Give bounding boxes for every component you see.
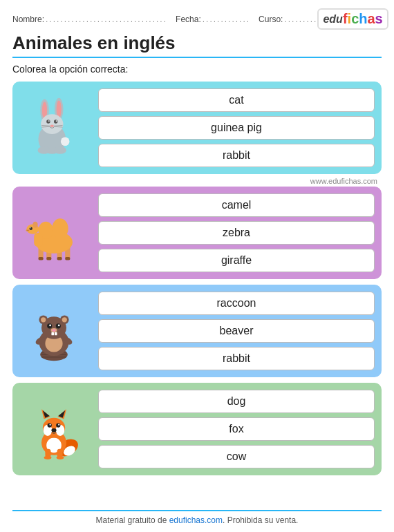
options-fox: dog fox cow [98,390,375,468]
svg-point-76 [58,424,59,426]
svg-point-55 [52,329,55,332]
card-camel: camel zebra giraffe [12,187,382,279]
option-beaver[interactable]: beaver [98,319,375,343]
header-line: Nombre: ................................… [12,8,382,30]
curso-label: Curso: [259,15,283,24]
svg-point-49 [62,317,67,322]
svg-point-52 [49,325,51,327]
option-rabbit-2[interactable]: rabbit [98,347,375,370]
logo-a: a [367,11,375,27]
fox-svg [23,398,85,460]
animal-image-beaver [19,296,88,365]
svg-point-31 [32,222,37,228]
svg-point-53 [58,325,60,327]
logo-f: f [343,11,348,27]
footer-text-after: . Prohibida su venta. [223,515,298,525]
svg-point-35 [27,230,28,231]
subtitle: Colorea la opción correcta: [12,64,382,75]
svg-rect-23 [46,257,51,260]
animal-image-camel [19,198,88,267]
nombre-label: Nombre: [12,15,44,24]
beaver-svg [23,300,85,362]
card-beaver: raccoon beaver rabbit [12,285,382,377]
svg-point-16 [54,146,66,154]
svg-point-9 [56,120,57,122]
option-rabbit[interactable]: rabbit [98,144,375,167]
svg-point-47 [41,317,46,322]
svg-point-5 [41,114,63,134]
svg-point-73 [48,423,52,427]
logo-c: c [351,11,359,27]
camel-svg [23,202,85,264]
svg-point-32 [29,227,32,230]
svg-point-75 [50,424,51,426]
nombre-field: Nombre: ................................… [12,15,167,24]
svg-point-6 [46,120,50,123]
svg-rect-57 [55,332,57,336]
option-giraffe[interactable]: giraffe [98,249,375,272]
svg-rect-24 [57,257,62,260]
svg-rect-25 [65,257,70,260]
watermark: www.edufichas.com [12,177,382,185]
svg-point-17 [61,137,70,146]
option-fox[interactable]: fox [98,417,375,441]
option-raccoon[interactable]: raccoon [98,292,375,315]
svg-point-77 [51,428,56,432]
footer-link[interactable]: edufichas.com [169,515,223,525]
option-cow[interactable]: cow [98,445,375,468]
logo-edu: edu [323,13,342,26]
svg-point-65 [57,456,64,459]
option-zebra[interactable]: zebra [98,221,375,245]
svg-rect-29 [34,233,43,247]
svg-rect-22 [39,257,44,260]
option-guinea-pig[interactable]: guinea pig [98,116,375,140]
page: Nombre: ................................… [0,0,394,532]
option-cat[interactable]: cat [98,88,375,112]
logo-h: h [359,11,367,27]
page-title: Animales en inglés [12,32,382,58]
svg-rect-56 [51,332,54,336]
option-camel[interactable]: camel [98,193,375,217]
fecha-field: Fecha: ............. [176,15,250,24]
rabbit-svg [23,97,85,159]
svg-point-8 [48,120,50,122]
svg-point-34 [26,229,30,232]
animal-image-fox [19,395,88,464]
curso-field: Curso: ......... [259,15,317,24]
svg-point-74 [56,423,60,427]
animal-image-rabbit [19,93,88,162]
footer-text-before: Material gratuito de [96,515,169,525]
fecha-dots: ............. [203,15,250,24]
header-fields: Nombre: ................................… [12,15,317,24]
options-camel: camel zebra giraffe [98,193,375,272]
fecha-label: Fecha: [176,15,201,24]
curso-dots: ......... [284,15,317,24]
logo-s: s [375,11,383,27]
footer: Material gratuito de edufichas.com. Proh… [12,510,382,525]
svg-point-7 [54,120,57,123]
svg-point-36 [28,230,28,231]
svg-point-10 [50,125,54,128]
option-dog[interactable]: dog [98,390,375,413]
svg-point-64 [44,456,52,459]
options-beaver: raccoon beaver rabbit [98,292,375,370]
nombre-dots: ................................. [46,15,167,24]
svg-point-15 [38,146,50,154]
logo: edu fichas [317,8,388,30]
card-fox: dog fox cow [12,383,382,475]
svg-point-28 [52,218,68,238]
options-rabbit: cat guinea pig rabbit [98,88,375,167]
card-rabbit: cat guinea pig rabbit [12,82,382,174]
svg-point-33 [30,227,30,228]
